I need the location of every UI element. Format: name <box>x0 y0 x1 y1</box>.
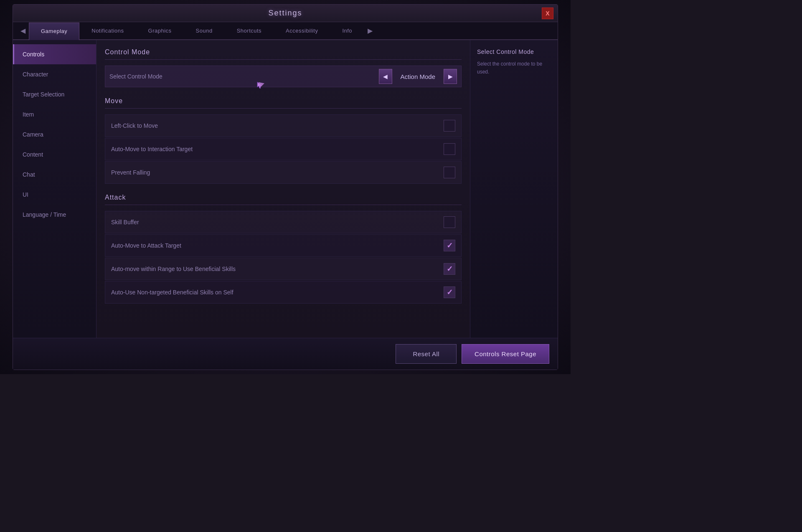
setting-row-prevent-falling: Prevent Falling <box>105 161 462 184</box>
setting-row-auto-move-interaction: Auto-Move to Interaction Target <box>105 138 462 160</box>
auto-move-interaction-label: Auto-Move to Interaction Target <box>111 146 444 152</box>
mode-prev-button[interactable]: ◀ <box>379 69 392 84</box>
prevent-falling-label: Prevent Falling <box>111 169 444 176</box>
move-section: Move Left-Click to Move Auto-Move to Int… <box>105 97 462 184</box>
main-content: Controls Character Target Selection Item… <box>13 40 558 338</box>
setting-row-auto-move-attack: Auto-Move to Attack Target <box>105 234 462 257</box>
auto-move-attack-label: Auto-Move to Attack Target <box>111 242 444 249</box>
tab-next-arrow[interactable]: ▶ <box>364 27 376 35</box>
sidebar-item-target-selection[interactable]: Target Selection <box>13 84 96 104</box>
auto-move-beneficial-label: Auto-move within Range to Use Beneficial… <box>111 266 444 272</box>
help-description: Select the control mode to be used. <box>477 60 551 76</box>
tab-gameplay[interactable]: Gameplay <box>29 23 79 40</box>
setting-row-auto-use-non-targeted: Auto-Use Non-targeted Beneficial Skills … <box>105 281 462 304</box>
sidebar-item-controls[interactable]: Controls <box>13 44 96 64</box>
tab-sound[interactable]: Sound <box>184 22 225 39</box>
sidebar-item-content[interactable]: Content <box>13 144 96 165</box>
tab-shortcuts[interactable]: Shortcuts <box>225 22 274 39</box>
move-header: Move <box>105 97 462 109</box>
window-title: Settings <box>268 9 302 18</box>
sidebar-item-chat[interactable]: Chat <box>13 165 96 185</box>
tab-notifications[interactable]: Notifications <box>79 22 136 39</box>
mode-next-button[interactable]: ▶ <box>444 69 457 84</box>
auto-move-beneficial-checkbox[interactable] <box>444 263 455 275</box>
close-button[interactable]: X <box>542 8 553 19</box>
auto-move-interaction-checkbox[interactable] <box>444 143 455 155</box>
left-click-move-label: Left-Click to Move <box>111 122 444 129</box>
attack-header: Attack <box>105 194 462 205</box>
setting-row-auto-move-beneficial: Auto-move within Range to Use Beneficial… <box>105 258 462 280</box>
tab-graphics[interactable]: Graphics <box>136 22 184 39</box>
right-panel: Select Control Mode Select the control m… <box>470 40 558 338</box>
setting-row-skill-buffer: Skill Buffer <box>105 211 462 233</box>
sidebar-item-camera[interactable]: Camera <box>13 124 96 144</box>
mode-value: Action Mode <box>392 73 444 80</box>
skill-buffer-checkbox[interactable] <box>444 216 455 228</box>
skill-buffer-label: Skill Buffer <box>111 219 444 225</box>
sidebar-item-item[interactable]: Item <box>13 104 96 124</box>
help-title: Select Control Mode <box>477 48 551 55</box>
tab-bar: ◀ Gameplay Notifications Graphics Sound … <box>13 22 558 40</box>
auto-use-non-targeted-label: Auto-Use Non-targeted Beneficial Skills … <box>111 289 444 296</box>
tab-prev-arrow[interactable]: ◀ <box>17 27 29 35</box>
prevent-falling-checkbox[interactable] <box>444 167 455 178</box>
center-content: Control Mode Select Control Mode ◀ Actio… <box>96 40 470 338</box>
settings-window: Settings X ◀ Gameplay Notifications Grap… <box>13 4 558 370</box>
left-click-move-checkbox[interactable] <box>444 120 455 132</box>
sidebar: Controls Character Target Selection Item… <box>13 40 96 338</box>
sidebar-item-character[interactable]: Character <box>13 64 96 84</box>
title-bar: Settings X <box>13 5 558 22</box>
controls-reset-page-button[interactable]: Controls Reset Page <box>462 344 549 364</box>
auto-move-attack-checkbox[interactable] <box>444 240 455 251</box>
reset-all-button[interactable]: Reset All <box>396 344 457 364</box>
control-mode-label: Select Control Mode <box>109 73 379 80</box>
control-mode-section: Control Mode Select Control Mode ◀ Actio… <box>105 48 462 87</box>
tab-accessibility[interactable]: Accessibility <box>274 22 330 39</box>
sidebar-item-ui[interactable]: UI <box>13 185 96 205</box>
tab-info[interactable]: Info <box>330 22 364 39</box>
control-mode-row: Select Control Mode ◀ Action Mode ▶ <box>105 66 462 87</box>
auto-use-non-targeted-checkbox[interactable] <box>444 286 455 298</box>
bottom-bar: Reset All Controls Reset Page <box>13 338 558 370</box>
setting-row-left-click-move: Left-Click to Move <box>105 114 462 137</box>
attack-section: Attack Skill Buffer Auto-Move to Attack … <box>105 194 462 304</box>
control-mode-header: Control Mode <box>105 48 462 60</box>
sidebar-item-language-time[interactable]: Language / Time <box>13 205 96 225</box>
mode-nav-container: ◀ Action Mode ▶ <box>379 69 457 84</box>
